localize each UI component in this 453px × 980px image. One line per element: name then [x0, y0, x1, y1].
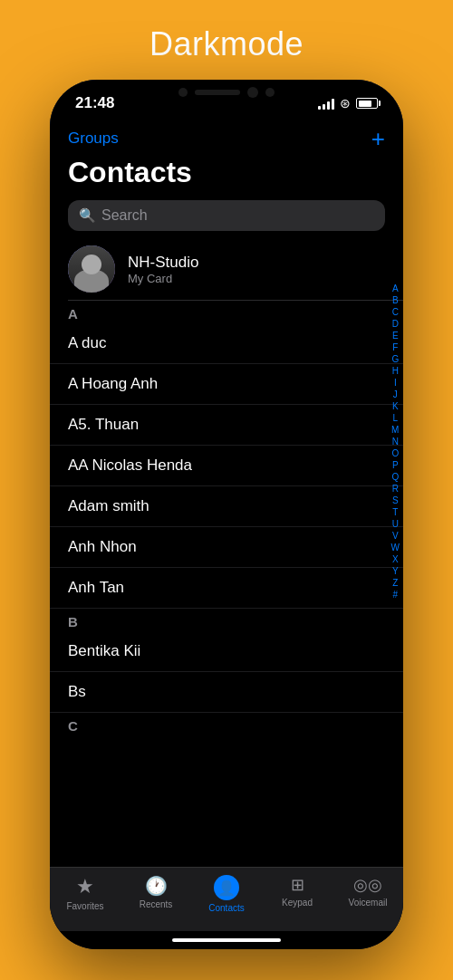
tab-keypad[interactable]: ⊞ Keypad [262, 875, 333, 913]
alpha-z[interactable]: Z [392, 578, 398, 589]
status-icons: ⊛ [318, 96, 378, 110]
status-time: 21:48 [75, 94, 114, 112]
list-item[interactable]: Bs [50, 672, 403, 713]
avatar [68, 245, 115, 293]
alpha-index[interactable]: A B C D E F G H I J K L M N O P Q [391, 283, 400, 600]
contact-name: AA Nicolas Henda [68, 456, 192, 475]
app-content: Groups + Contacts 🔍 Search [50, 120, 403, 949]
tab-keypad-label: Keypad [282, 898, 313, 908]
alpha-a[interactable]: A [392, 283, 399, 294]
list-item[interactable]: Anh Nhon [50, 527, 403, 568]
list-item[interactable]: Bentika Kii [50, 631, 403, 672]
alpha-c[interactable]: C [392, 307, 399, 318]
voicemail-icon: ◎◎ [353, 875, 382, 895]
contacts-scroll[interactable]: NH-Studio My Card A A duc A Hoang Anh A5… [50, 238, 403, 867]
notch-dot-1 [178, 88, 188, 97]
alpha-y[interactable]: Y [392, 566, 399, 577]
tab-contacts-label: Contacts [208, 903, 244, 913]
alpha-f[interactable]: F [392, 342, 398, 353]
search-bar[interactable]: 🔍 Search [68, 200, 385, 231]
recents-icon: 🕐 [145, 875, 168, 897]
contact-name: Adam smith [68, 497, 149, 515]
signal-icon [318, 97, 334, 110]
search-input[interactable]: Search [101, 207, 148, 224]
avatar-image [68, 245, 115, 293]
favorites-icon: ★ [76, 875, 94, 898]
alpha-t[interactable]: T [392, 507, 398, 518]
tab-contacts[interactable]: 👤 Contacts [191, 875, 262, 913]
alpha-h[interactable]: H [392, 366, 399, 377]
alpha-g[interactable]: G [391, 354, 399, 365]
alpha-m[interactable]: M [391, 425, 399, 436]
my-card-subtitle: My Card [128, 272, 198, 285]
phone-frame: 21:48 ⊛ Groups + Contacts [50, 80, 403, 949]
add-contact-button[interactable]: + [371, 127, 385, 150]
alpha-s[interactable]: S [392, 495, 399, 506]
tab-voicemail-label: Voicemail [349, 898, 388, 908]
alpha-b[interactable]: B [392, 295, 399, 306]
section-b-header: B [50, 609, 403, 631]
contact-name: Anh Tan [68, 579, 124, 597]
alpha-i[interactable]: I [394, 378, 397, 389]
section-c-header: C [50, 713, 403, 735]
list-item[interactable]: A5. Thuan [50, 405, 403, 446]
alpha-v[interactable]: V [392, 531, 399, 542]
alpha-l[interactable]: L [392, 413, 398, 424]
nav-bar: Groups + [50, 120, 403, 154]
contact-name: A Hoang Anh [68, 375, 158, 393]
home-bar [172, 938, 281, 942]
section-a-header: A [50, 301, 403, 323]
my-card-info: NH-Studio My Card [128, 254, 198, 285]
groups-button[interactable]: Groups [68, 130, 119, 148]
contact-name: Bentika Kii [68, 642, 140, 660]
tab-bar: ★ Favorites 🕐 Recents 👤 Contacts ⊞ Keypa… [50, 867, 403, 931]
list-item[interactable]: A Hoang Anh [50, 364, 403, 405]
alpha-k[interactable]: K [392, 401, 399, 412]
search-icon: 🔍 [79, 207, 96, 224]
page-title: Darkmode [149, 25, 304, 63]
notch-camera [247, 87, 258, 98]
alpha-o[interactable]: O [391, 448, 399, 459]
alpha-d[interactable]: D [392, 319, 399, 330]
contact-name: Anh Nhon [68, 538, 137, 556]
wifi-icon: ⊛ [340, 96, 351, 110]
tab-recents[interactable]: 🕐 Recents [120, 875, 191, 913]
contacts-tab-icon: 👤 [217, 879, 236, 897]
alpha-q[interactable]: Q [391, 472, 399, 483]
list-item[interactable]: AA Nicolas Henda [50, 446, 403, 486]
phone-screen: 21:48 ⊛ Groups + Contacts [50, 80, 403, 949]
alpha-n[interactable]: N [392, 437, 399, 447]
tab-voicemail[interactable]: ◎◎ Voicemail [333, 875, 403, 913]
battery-icon [356, 98, 378, 109]
page-header: Contacts [50, 154, 403, 197]
home-indicator [50, 931, 403, 949]
alpha-e[interactable]: E [392, 331, 399, 341]
alpha-r[interactable]: R [392, 484, 399, 495]
alpha-j[interactable]: J [393, 389, 398, 400]
alpha-u[interactable]: U [392, 519, 399, 530]
tab-favorites[interactable]: ★ Favorites [50, 875, 120, 913]
contact-name: A5. Thuan [68, 416, 139, 434]
alpha-hash[interactable]: # [392, 590, 398, 600]
contact-name: A duc [68, 334, 107, 352]
list-item[interactable]: Adam smith [50, 486, 403, 527]
notch-dot-2 [265, 88, 275, 97]
tab-favorites-label: Favorites [66, 901, 103, 911]
list-item[interactable]: A duc [50, 323, 403, 364]
alpha-x[interactable]: X [392, 554, 399, 565]
notch-speaker [195, 90, 240, 95]
my-card-name: NH-Studio [128, 254, 198, 272]
alpha-p[interactable]: P [392, 460, 399, 471]
alpha-w[interactable]: W [391, 543, 400, 553]
notch [159, 80, 294, 105]
keypad-icon: ⊞ [291, 875, 304, 895]
tab-recents-label: Recents [140, 899, 173, 909]
my-card[interactable]: NH-Studio My Card [50, 238, 403, 300]
contact-name: Bs [68, 683, 86, 701]
list-item[interactable]: Anh Tan [50, 568, 403, 609]
contacts-title: Contacts [68, 156, 385, 189]
